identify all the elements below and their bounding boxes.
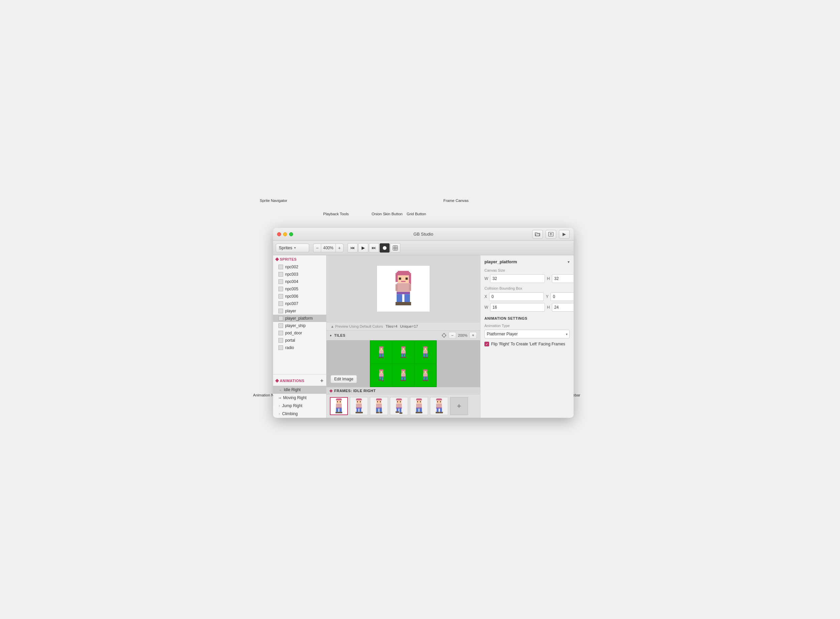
svg-rect-14 (406, 278, 408, 280)
canvas-h-input[interactable] (552, 274, 573, 283)
sprites-dropdown[interactable]: Sprites ▾ (276, 244, 309, 252)
sprite-name: npc003 (285, 272, 298, 277)
tile-cell-1[interactable] (370, 341, 392, 364)
sidebar-item-player-platform[interactable]: player_platform (273, 315, 326, 322)
svg-rect-7 (397, 272, 410, 275)
sidebar-item-player[interactable]: player (273, 307, 326, 315)
collision-wh-row: W H (484, 303, 570, 312)
export-button[interactable] (545, 230, 556, 239)
svg-rect-96 (426, 380, 428, 381)
animation-type-select-wrapper: Platformer Player Fixed Direction Multi … (484, 330, 570, 338)
svg-rect-82 (401, 377, 403, 380)
sidebar-item-portal[interactable]: portal (273, 337, 326, 344)
frame-thumb-6[interactable] (430, 397, 448, 415)
sidebar-item-npc004[interactable]: npc004 (273, 278, 326, 285)
tile-cell-5[interactable] (392, 364, 414, 387)
tile-cell-3[interactable] (414, 341, 436, 364)
sidebar-item-npc005[interactable]: npc005 (273, 285, 326, 293)
svg-rect-129 (379, 412, 382, 413)
main-content: SPRITES npc002 npc003 npc004 (273, 255, 573, 418)
tile-cell-4[interactable] (370, 364, 392, 387)
tile-cell-6[interactable] (414, 364, 436, 387)
edit-image-button[interactable]: Edit Image (331, 375, 357, 383)
svg-rect-8 (395, 273, 398, 275)
canvas-w-input[interactable] (490, 274, 545, 283)
animation-name: Jump Right (282, 404, 302, 408)
frame-thumb-3[interactable] (370, 397, 388, 415)
svg-rect-104 (336, 408, 338, 412)
moving-right-icon: ⇒ (279, 396, 281, 400)
svg-rect-87 (423, 370, 428, 371)
sprite-thumb-icon (279, 309, 283, 313)
animation-item-moving-right[interactable]: ⇒ Moving Right (273, 394, 326, 402)
svg-rect-74 (382, 380, 384, 381)
grid-button[interactable] (390, 243, 400, 253)
col-y-label: Y (546, 294, 548, 299)
zoom-out-button[interactable]: − (313, 244, 321, 252)
play-button[interactable]: ▶ (559, 230, 570, 239)
play-anim-button[interactable]: ▶ (358, 243, 368, 253)
flip-checkbox-row: Flip 'Right' To Create 'Left' Facing Fra… (484, 342, 570, 346)
svg-rect-20 (409, 284, 411, 291)
onion-skin-button[interactable]: ⬤ (380, 243, 389, 253)
open-folder-button[interactable] (532, 230, 543, 239)
svg-rect-153 (436, 399, 442, 400)
minimize-button[interactable] (283, 232, 287, 236)
svg-rect-81 (401, 377, 406, 377)
svg-rect-71 (379, 377, 381, 380)
sidebar-item-npc006[interactable]: npc006 (273, 293, 326, 300)
frames-section: FRAMES: IDLE RIGHT (326, 387, 480, 418)
sidebar-item-player-ship[interactable]: player_ship (273, 322, 326, 329)
tiles-zoom-in-button[interactable]: + (469, 332, 477, 339)
flip-checkbox-label: Flip 'Right' To Create 'Left' Facing Fra… (491, 342, 565, 346)
col-h-input[interactable] (552, 303, 573, 312)
skip-forward-button[interactable]: ⏭ (369, 243, 379, 253)
svg-rect-18 (397, 283, 410, 292)
animation-name: Climbing (282, 411, 298, 416)
sprite-dropdown-arrow-icon[interactable]: ▾ (567, 260, 570, 264)
animation-item-climbing[interactable]: ↑ Climbing (273, 410, 326, 418)
svg-rect-43 (401, 347, 406, 348)
svg-rect-38 (379, 354, 381, 357)
export-icon (548, 232, 554, 236)
col-w-label: W (484, 305, 488, 310)
svg-rect-101 (340, 401, 341, 402)
tiles-zoom-out-button[interactable]: − (449, 332, 456, 339)
col-x-input[interactable] (489, 292, 544, 301)
frame-thumb-5[interactable] (410, 397, 428, 415)
animation-type-select[interactable]: Platformer Player Fixed Direction Multi … (484, 330, 570, 338)
frame-thumb-1[interactable] (330, 397, 348, 415)
svg-rect-107 (339, 412, 342, 413)
flip-checkbox[interactable] (484, 342, 489, 346)
folder-open-icon (535, 232, 540, 236)
animation-item-idle-right[interactable]: → Idle Right (273, 386, 326, 394)
animation-item-jump-right[interactable]: ↑ Jump Right (273, 402, 326, 410)
svg-rect-161 (436, 412, 440, 413)
tiles-chevron-icon[interactable]: ▾ (330, 334, 331, 337)
add-animation-button[interactable]: + (320, 378, 323, 384)
frame-sprite-icon (433, 398, 445, 414)
sidebar-item-radio[interactable]: radio (273, 344, 326, 351)
frame-thumb-2[interactable] (350, 397, 368, 415)
svg-rect-58 (423, 350, 428, 353)
frame-thumb-4[interactable] (390, 397, 408, 415)
sidebar-item-npc002[interactable]: npc002 (273, 263, 326, 271)
sidebar-item-npc007[interactable]: npc007 (273, 300, 326, 307)
add-frame-button[interactable]: + (450, 397, 468, 415)
sidebar-item-pod-door[interactable]: pod_door (273, 329, 326, 337)
skip-back-button[interactable]: ⏮ (347, 243, 358, 253)
svg-rect-67 (380, 371, 380, 372)
maximize-button[interactable] (289, 232, 293, 236)
col-y-input[interactable] (551, 292, 573, 301)
canvas-h-label: H (547, 276, 550, 281)
editor-sidebar-panel: player_platform ▾ Canvas Size W H Collis… (480, 255, 573, 418)
col-w-input[interactable] (490, 303, 545, 312)
svg-rect-151 (419, 412, 422, 413)
tile-cell-2[interactable] (392, 341, 414, 364)
close-button[interactable] (277, 232, 281, 236)
sprite-name: player_platform (285, 316, 313, 321)
sidebar-item-npc003[interactable]: npc003 (273, 271, 326, 278)
svg-rect-92 (423, 377, 428, 377)
zoom-in-button[interactable]: + (336, 244, 343, 252)
svg-rect-68 (382, 371, 383, 372)
